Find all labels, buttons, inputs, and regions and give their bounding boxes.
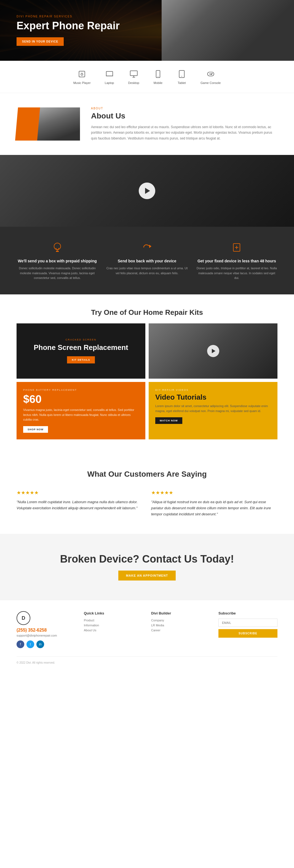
svg-rect-5 <box>130 71 137 76</box>
testimonials-title: What Our Customers Are Saying <box>16 470 278 478</box>
footer-link-company[interactable]: Company <box>151 619 210 622</box>
testimonials-section: What Our Customers Are Saying ★★★★★ "Nul… <box>0 453 294 534</box>
hero-service-label: DIVI PHONE REPAIR SERVICES <box>16 15 120 18</box>
hero-title: Expert Phone Repair <box>16 20 120 32</box>
footer-divi-builder: Divi Builder Company LR Media Career <box>151 611 210 648</box>
footer-grid: D (255) 352-6258 support@diviphonerepair… <box>16 611 278 648</box>
fixed-device-icon <box>230 241 244 254</box>
footer-logo: D <box>16 611 30 625</box>
video-play-button[interactable] <box>139 183 155 199</box>
video-tutorials-card: DIY REPAIR VIDEOS Video Tutorials Lorem … <box>149 382 278 439</box>
svg-point-1 <box>81 73 83 75</box>
twitter-icon[interactable]: t <box>27 641 34 648</box>
svg-rect-3 <box>106 71 113 76</box>
watch-now-button[interactable]: WATCH NOW <box>155 417 182 424</box>
footer-brand: D (255) 352-6258 support@diviphonerepair… <box>16 611 76 648</box>
about-label: ABOUT <box>91 107 278 110</box>
category-mobile[interactable]: Mobile <box>153 69 163 85</box>
step-1-title: We'll send you a box with prepaid shippi… <box>16 259 98 263</box>
step-3: Get your fixed device in less than 48 ho… <box>196 241 278 281</box>
testimonial-1-text: "Nulla Lorem mollit cupidatat irure. Lab… <box>16 499 143 511</box>
step-3-desc: Donec justo odio, tristique in porttitor… <box>196 266 278 281</box>
category-laptop-label: Laptop <box>105 81 114 85</box>
about-images <box>16 107 80 141</box>
footer-copyright: © 2022 Divi. All rights reserved. <box>16 661 55 664</box>
category-nav: Music Player Laptop Desktop Mobile Table… <box>0 61 294 93</box>
tablet-icon <box>177 69 187 79</box>
about-orange-accent <box>15 107 40 141</box>
subscribe-title: Subscribe <box>218 611 278 615</box>
category-laptop[interactable]: Laptop <box>105 69 114 85</box>
phone-screen-kit-card: CRACKED SCREEN Phone Screen Replacement … <box>16 323 145 379</box>
category-game-console-label: Game Console <box>200 81 221 85</box>
step-2-title: Send box back with your device <box>106 259 188 263</box>
step-3-title: Get your fixed device in less than 48 ho… <box>196 259 278 263</box>
svg-point-15 <box>212 73 212 74</box>
hero-content: DIVI PHONE REPAIR SERVICES Expert Phone … <box>16 15 120 46</box>
box-ship-icon <box>50 241 64 254</box>
step-2: Send box back with your device Cras nec … <box>106 241 188 281</box>
footer-link-information[interactable]: Information <box>84 624 143 627</box>
category-tablet[interactable]: Tablet <box>177 69 187 85</box>
category-desktop-label: Desktop <box>128 81 139 85</box>
cta-title: Broken Device? Contact Us Today! <box>16 553 278 565</box>
shop-now-button[interactable]: SHOP NOW <box>23 426 48 433</box>
make-appointment-button[interactable]: MAKE AN APPOINTMENT <box>118 570 176 581</box>
mobile-icon <box>153 69 163 79</box>
footer-link-product[interactable]: Product <box>84 619 143 622</box>
phone-screen-sublabel: CRACKED SCREEN <box>65 338 96 341</box>
game-console-icon <box>206 69 216 79</box>
about-body: Aenean nec dui sed leo efficitur placera… <box>91 124 278 141</box>
steps-section: We'll send you a box with prepaid shippi… <box>0 227 294 294</box>
about-section: ABOUT About Us Aenean nec dui sed leo ef… <box>0 93 294 155</box>
step-1: We'll send you a box with prepaid shippi… <box>16 241 98 281</box>
stars-1: ★★★★★ <box>16 490 143 496</box>
testimonial-2-text: "Aliqua id fugiat nostrud irure ex duis … <box>151 499 278 517</box>
about-photo <box>36 107 80 141</box>
category-music-player[interactable]: Music Player <box>73 69 91 85</box>
category-game-console[interactable]: Game Console <box>200 69 221 85</box>
phone-screen-title: Phone Screen Replacement <box>34 343 128 352</box>
svg-point-17 <box>54 243 61 250</box>
video-tutorials-desc: Lorem ipsum dolor sit amet, consectetur … <box>155 404 271 413</box>
hero-cta-button[interactable]: SEND IN YOUR DEVICE <box>16 37 64 46</box>
footer-link-lr-media[interactable]: LR Media <box>151 624 210 627</box>
social-icons: f t in <box>16 641 76 648</box>
kit-details-button[interactable]: KIT DETAILS <box>67 356 95 364</box>
footer-quick-links: Quick Links Product Information About Us <box>84 611 143 648</box>
subscribe-email-input[interactable] <box>218 619 278 627</box>
kits-bottom-grid: PHONE BATTERY REPLACEMENT $60 Vivamus ma… <box>16 382 278 439</box>
svg-rect-18 <box>56 251 59 252</box>
step-2-desc: Cras nec justo vitae risus tempus condim… <box>106 266 188 276</box>
desktop-icon <box>129 69 139 79</box>
linkedin-icon[interactable]: in <box>36 641 44 648</box>
testimonials-grid: ★★★★★ "Nulla Lorem mollit cupidatat irur… <box>16 490 278 517</box>
facebook-icon[interactable]: f <box>16 641 24 648</box>
battery-sublabel: PHONE BATTERY REPLACEMENT <box>23 389 139 391</box>
category-tablet-label: Tablet <box>178 81 186 85</box>
svg-marker-19 <box>149 245 151 248</box>
testimonial-2: ★★★★★ "Aliqua id fugiat nostrud irure ex… <box>151 490 278 517</box>
footer-link-career[interactable]: Career <box>151 628 210 632</box>
hero-section: DIVI PHONE REPAIR SERVICES Expert Phone … <box>0 0 294 61</box>
kits-top-grid: CRACKED SCREEN Phone Screen Replacement … <box>16 323 278 379</box>
send-back-icon <box>140 241 154 254</box>
kits-section: Try One of Our Home Repair Kits CRACKED … <box>0 294 294 453</box>
testimonial-1: ★★★★★ "Nulla Lorem mollit cupidatat irur… <box>16 490 143 517</box>
kit-video-photo <box>149 323 278 379</box>
video-sublabel: DIY REPAIR VIDEOS <box>155 389 271 391</box>
category-music-player-label: Music Player <box>73 81 91 85</box>
video-section <box>0 155 294 227</box>
battery-kit-card: PHONE BATTERY REPLACEMENT $60 Vivamus ma… <box>16 382 145 439</box>
footer-email: support@diviphonerepair.com <box>16 634 76 637</box>
footer-link-about[interactable]: About Us <box>84 628 143 632</box>
quick-links-title: Quick Links <box>84 611 143 615</box>
kit-video-play-button[interactable] <box>207 345 219 357</box>
about-title: About Us <box>91 112 278 120</box>
subscribe-button[interactable]: SUBSCRIBE <box>218 629 278 638</box>
battery-desc: Vivamus magna justo, lacinia eget consec… <box>23 408 139 422</box>
footer-subscribe: Subscribe SUBSCRIBE <box>218 611 278 648</box>
hero-image <box>161 0 294 61</box>
footer-bottom: © 2022 Divi. All rights reserved. <box>16 656 278 664</box>
category-desktop[interactable]: Desktop <box>128 69 139 85</box>
